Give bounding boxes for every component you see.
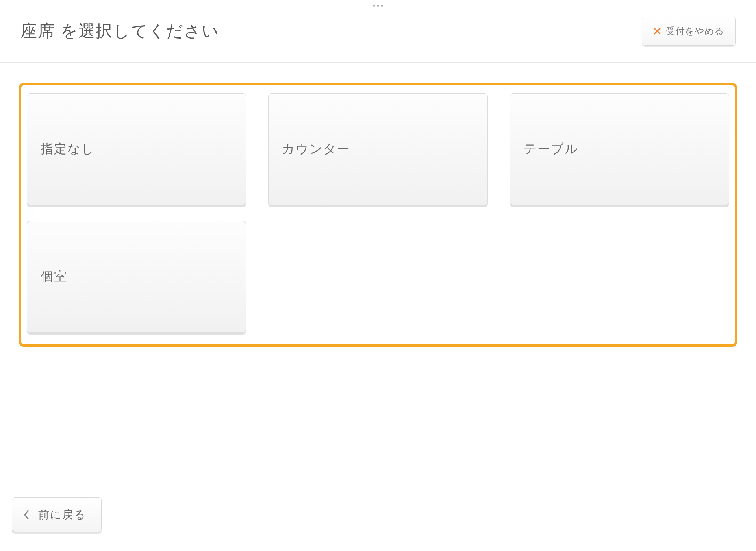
seat-selection-panel: 指定なし カウンター テーブル 個室 — [19, 83, 737, 347]
footer: 前に戻る — [12, 497, 102, 532]
seat-option-counter[interactable]: カウンター — [268, 93, 487, 205]
close-icon — [653, 27, 661, 35]
back-button-label: 前に戻る — [38, 507, 86, 522]
seat-option-private-room[interactable]: 個室 — [27, 221, 246, 333]
option-label: テーブル — [524, 141, 578, 158]
option-label: 指定なし — [41, 141, 95, 158]
back-button[interactable]: 前に戻る — [12, 497, 102, 532]
header: 座席 を選択してください 受付をやめる — [0, 0, 756, 63]
option-label: カウンター — [282, 141, 350, 158]
chevron-left-icon — [23, 510, 30, 520]
window-drag-handle — [373, 5, 383, 7]
cancel-button-label: 受付をやめる — [666, 25, 724, 37]
cancel-reception-button[interactable]: 受付をやめる — [642, 17, 736, 46]
seat-option-no-preference[interactable]: 指定なし — [27, 93, 246, 205]
seat-option-table[interactable]: テーブル — [510, 93, 729, 205]
page-title: 座席 を選択してください — [20, 20, 219, 42]
options-grid: 指定なし カウンター テーブル 個室 — [27, 93, 729, 333]
option-label: 個室 — [41, 268, 67, 285]
